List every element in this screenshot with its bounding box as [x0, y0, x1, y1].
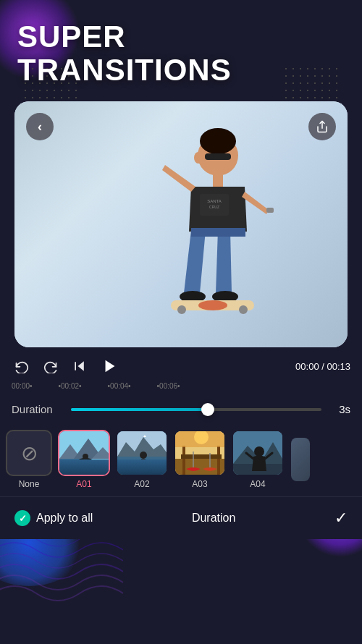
a04-thumbnail-svg — [233, 431, 284, 476]
svg-point-27 — [140, 452, 147, 459]
checkmark-icon: ✓ — [19, 513, 27, 524]
apply-all-label: Apply to all — [36, 512, 93, 525]
video-player: SANTA CRUZ ‹ — [14, 101, 348, 347]
clip-none-label: None — [19, 479, 40, 489]
duration-button[interactable]: Duration — [192, 507, 235, 529]
checkbox-checked-icon: ✓ — [14, 510, 30, 526]
slider-thumb[interactable] — [201, 403, 214, 416]
clip-a01-image — [59, 431, 109, 475]
clip-none-icon: ⊘ — [6, 430, 52, 476]
clip-a01[interactable]: A01 — [58, 430, 110, 489]
clip-a04-image — [233, 431, 282, 475]
marker-0: 00:00• — [12, 382, 33, 390]
chevron-left-icon: ‹ — [38, 120, 42, 133]
svg-point-40 — [254, 446, 264, 457]
skip-back-button[interactable] — [70, 356, 90, 376]
svg-rect-31 — [182, 446, 185, 476]
clip-a02[interactable]: A02 — [116, 430, 168, 489]
svg-point-14 — [198, 300, 227, 310]
timeline-markers: 00:00• •00:02• •00:04• •00:06• — [12, 382, 350, 390]
skater-image: SANTA CRUZ — [106, 116, 294, 347]
duration-label: Duration — [12, 403, 62, 415]
clip-a03-image — [175, 431, 224, 475]
marker-6: •00:06• — [157, 382, 180, 390]
confirm-button[interactable]: ✓ — [334, 509, 348, 528]
bottom-bar: ✓ Apply to all Duration ✓ — [0, 496, 362, 539]
clip-a04-thumbnail — [232, 430, 284, 476]
undo-icon — [14, 359, 29, 373]
title-section: SUPER TRANSITIONS — [0, 0, 362, 94]
clip-a05-partial[interactable] — [290, 436, 311, 483]
redo-icon — [43, 359, 58, 373]
duration-value: 3s — [330, 403, 350, 415]
svg-rect-28 — [141, 459, 146, 465]
svg-rect-21 — [59, 460, 110, 476]
redo-button[interactable] — [41, 356, 61, 376]
video-frame: SANTA CRUZ — [14, 101, 348, 347]
svg-point-23 — [83, 454, 88, 459]
svg-point-12 — [177, 305, 186, 314]
svg-rect-3 — [205, 153, 231, 160]
undo-button[interactable] — [12, 356, 32, 376]
play-button[interactable] — [98, 355, 122, 378]
svg-point-2 — [194, 152, 203, 164]
svg-point-13 — [239, 305, 248, 314]
play-icon — [102, 358, 118, 374]
prohibited-icon: ⊘ — [21, 441, 38, 465]
time-display: 00:00 / 00:13 — [295, 361, 350, 372]
slider-fill — [71, 408, 209, 411]
clip-none[interactable]: ⊘ None — [6, 430, 52, 489]
marker-2: •00:02• — [59, 382, 82, 390]
svg-rect-32 — [217, 446, 220, 476]
clip-a05-partial-thumbnail — [290, 436, 311, 483]
clip-a03-label: A03 — [192, 479, 207, 489]
svg-text:SANTA: SANTA — [207, 199, 222, 203]
duration-slider[interactable] — [71, 408, 321, 411]
clip-a01-thumbnail — [58, 430, 110, 476]
clip-a05-partial-image — [291, 438, 311, 483]
clip-a02-label: A02 — [134, 479, 149, 489]
apply-all-button[interactable]: ✓ Apply to all — [14, 510, 93, 526]
clip-a02-image — [117, 431, 167, 475]
svg-rect-26 — [117, 457, 168, 476]
player-controls: 00:00 / 00:13 — [0, 347, 362, 382]
clip-a01-label: A01 — [76, 479, 91, 489]
svg-rect-8 — [191, 228, 245, 237]
page-title: SUPER TRANSITIONS — [17, 20, 345, 87]
svg-marker-17 — [78, 362, 84, 371]
a02-thumbnail-svg — [117, 431, 168, 476]
marker-4: •00:04• — [108, 382, 131, 390]
control-group — [12, 355, 122, 378]
svg-rect-4 — [213, 175, 223, 187]
clip-a04-label: A04 — [250, 479, 265, 489]
svg-rect-33 — [181, 454, 222, 459]
timeline-bar[interactable]: 00:00• •00:02• •00:04• •00:06• — [0, 382, 362, 397]
clip-a02-thumbnail — [116, 430, 168, 476]
a03-thumbnail-svg — [175, 431, 226, 476]
share-icon — [316, 120, 329, 133]
svg-rect-15 — [266, 208, 274, 213]
lake-thumbnail-svg — [59, 431, 110, 476]
clip-a03[interactable]: A03 — [174, 430, 226, 489]
duration-section: Duration 3s — [0, 397, 362, 425]
clip-a03-thumbnail — [174, 430, 226, 476]
svg-text:CRUZ: CRUZ — [209, 205, 219, 209]
svg-marker-19 — [106, 360, 115, 373]
svg-rect-24 — [83, 459, 88, 460]
clip-a04[interactable]: A04 — [232, 430, 284, 489]
clips-row: ⊘ None — [0, 425, 362, 496]
svg-point-1 — [200, 128, 236, 154]
skip-back-icon — [72, 359, 87, 373]
